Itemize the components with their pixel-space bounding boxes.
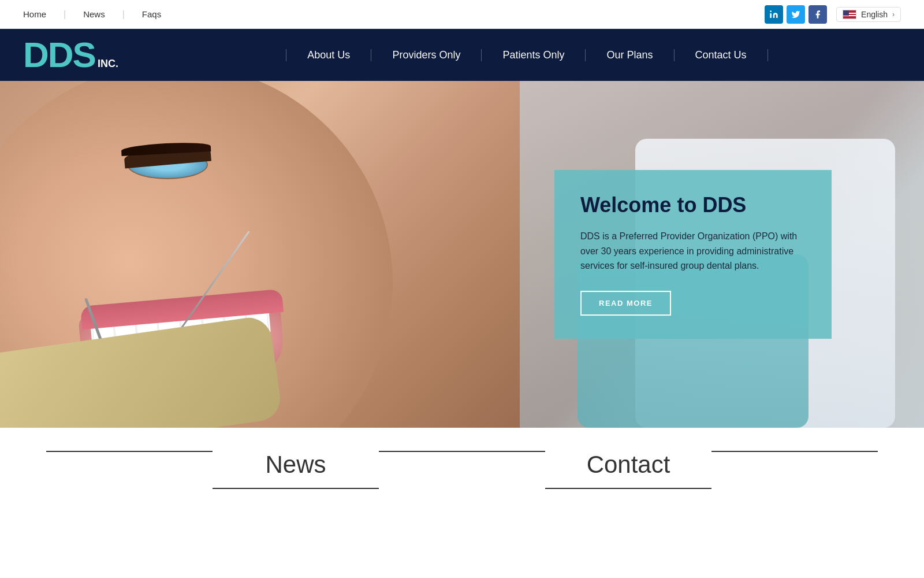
bottom-contact-col (711, 451, 878, 489)
top-navigation: Home | News | Faqs (23, 9, 161, 20)
nav-divider-1: | (64, 9, 66, 20)
nav-links-group: About Us Providers Only Patients Only Ou… (153, 49, 901, 61)
hero-card-title: Welcome to DDS (580, 193, 806, 217)
nav-home[interactable]: Home (23, 9, 46, 19)
news-section-title: News (265, 451, 326, 479)
language-selector[interactable]: English › (836, 7, 901, 22)
language-label: English (861, 10, 888, 19)
flag-icon (843, 10, 856, 19)
news-divider (46, 451, 213, 452)
bottom-news-title-col: News (213, 451, 379, 489)
bottom-spacer-col (379, 451, 545, 489)
nav-news[interactable]: News (83, 9, 105, 19)
svg-point-0 (770, 10, 772, 12)
nav-about-us[interactable]: About Us (286, 49, 371, 61)
top-right-controls: English › (765, 5, 901, 24)
language-arrow: › (892, 10, 895, 18)
nav-faqs[interactable]: Faqs (142, 9, 161, 19)
nav-our-plans[interactable]: Our Plans (586, 49, 674, 61)
hero-card-text: DDS is a Preferred Provider Organization… (580, 229, 806, 273)
hero-section: Welcome to DDS DDS is a Preferred Provid… (0, 81, 924, 428)
facebook-icon[interactable] (808, 5, 827, 24)
read-more-button[interactable]: READ MORE (580, 291, 671, 316)
contact-divider (711, 451, 878, 452)
hero-welcome-card: Welcome to DDS DDS is a Preferred Provid… (554, 170, 832, 339)
logo[interactable]: DDS INC. (23, 37, 118, 73)
nav-contact-us[interactable]: Contact Us (675, 49, 768, 61)
nav-patients-only[interactable]: Patients Only (482, 49, 586, 61)
top-bar: Home | News | Faqs English › (0, 0, 924, 29)
spacer-divider (379, 451, 545, 452)
bottom-news-col (46, 451, 213, 489)
bottom-section: News Contact (0, 428, 924, 512)
social-icons-group (765, 5, 827, 24)
contact-section-title: Contact (587, 451, 670, 479)
nav-providers-only[interactable]: Providers Only (371, 49, 482, 61)
twitter-icon[interactable] (787, 5, 805, 24)
main-navigation: DDS INC. About Us Providers Only Patient… (0, 29, 924, 81)
logo-dds-text: DDS (23, 37, 95, 73)
linkedin-icon[interactable] (765, 5, 783, 24)
logo-inc-text: INC. (98, 58, 118, 70)
bottom-contact-title-col: Contact (545, 451, 711, 489)
nav-divider-2: | (122, 9, 125, 20)
